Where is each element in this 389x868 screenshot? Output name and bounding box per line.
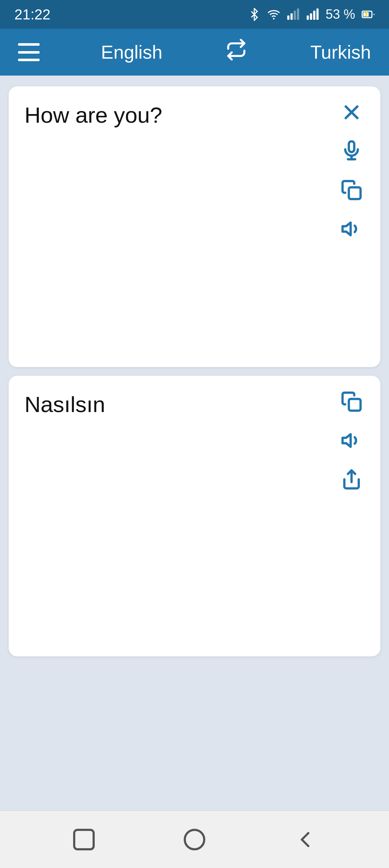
bluetooth-icon (248, 8, 261, 21)
home-button[interactable] (178, 823, 211, 856)
toolbar: English Turkish (0, 29, 389, 76)
share-translation-button[interactable] (339, 466, 365, 492)
copy-source-button[interactable] (339, 177, 365, 203)
svg-rect-7 (313, 11, 315, 20)
bottom-nav (0, 810, 389, 868)
translation-text: Nasılsın (24, 392, 105, 417)
translation-card: Nasılsın (9, 376, 380, 656)
menu-button[interactable] (18, 43, 40, 61)
source-language-button[interactable]: English (101, 41, 162, 63)
recent-button[interactable] (68, 823, 100, 856)
svg-marker-22 (343, 434, 351, 447)
battery-level: 53 % (326, 7, 355, 22)
svg-rect-24 (74, 830, 94, 849)
main-content: How are you? (0, 76, 389, 810)
target-language-button[interactable]: Turkish (310, 41, 371, 63)
source-card: How are you? (9, 86, 380, 367)
clear-button[interactable] (339, 99, 365, 125)
status-bar: 21:22 53 % (0, 0, 389, 29)
signal2-icon (306, 8, 319, 21)
svg-rect-19 (349, 187, 361, 199)
back-button[interactable] (289, 823, 321, 856)
svg-rect-16 (349, 141, 354, 152)
svg-marker-20 (343, 223, 351, 235)
source-card-actions (339, 99, 365, 242)
status-time: 21:22 (14, 6, 50, 23)
status-icons: 53 % (248, 7, 375, 22)
signal-icon (287, 8, 300, 21)
battery-icon (362, 8, 375, 21)
wifi-icon (267, 8, 280, 21)
svg-rect-21 (349, 399, 361, 411)
speak-source-button[interactable] (339, 216, 365, 242)
svg-rect-2 (290, 13, 292, 20)
microphone-button[interactable] (339, 138, 365, 164)
menu-line2 (18, 51, 40, 54)
svg-rect-1 (287, 15, 289, 20)
swap-languages-button[interactable] (224, 39, 249, 65)
menu-line1 (18, 43, 40, 46)
svg-rect-5 (307, 15, 309, 20)
copy-translation-button[interactable] (339, 389, 365, 415)
svg-point-25 (185, 830, 204, 849)
svg-rect-3 (294, 11, 296, 20)
svg-rect-6 (310, 13, 312, 20)
svg-rect-8 (316, 9, 318, 20)
svg-rect-4 (297, 9, 299, 20)
speak-translation-button[interactable] (339, 428, 365, 453)
translation-card-actions (339, 389, 365, 492)
menu-line3 (18, 59, 40, 61)
source-text[interactable]: How are you? (24, 103, 162, 127)
